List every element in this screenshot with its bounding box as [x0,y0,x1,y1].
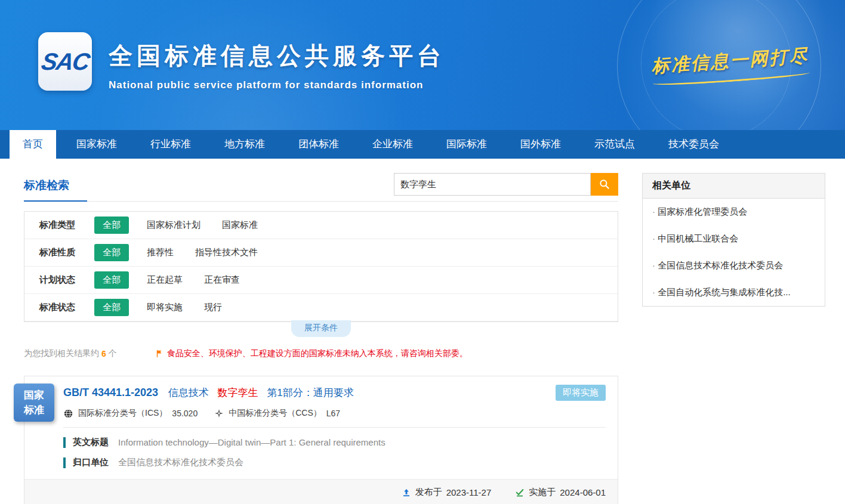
nav-item-pilot[interactable]: 示范试点 [581,130,648,159]
filter-option[interactable]: 指导性技术文件 [195,247,258,258]
standard-title-part1: 信息技术 [168,387,209,398]
expand-conditions-button[interactable]: 展开条件 [291,320,351,337]
filter-label: 计划状态 [39,274,94,286]
search-box [394,173,618,196]
filter-all-button[interactable]: 全部 [94,271,129,289]
main-nav: 首页 国家标准 行业标准 地方标准 团体标准 企业标准 国际标准 国外标准 示范… [0,130,845,159]
notice: 食品安全、环境保护、工程建设方面的国家标准未纳入本系统，请咨询相关部委。 [155,348,468,359]
compass-icon [214,409,224,418]
nav-item-national-standard[interactable]: 国家标准 [63,130,130,159]
published-label: 发布于 [415,487,442,498]
sidebar-item-sac[interactable]: 国家标准化管理委员会 [643,199,825,225]
result-card: 国家 标准 GB/T 43441.1-2023 信息技术 数字孪生 第1部分：通… [24,376,618,504]
badge-line2: 标准 [24,403,44,418]
published-date: 2023-11-27 [446,487,492,497]
header-slogan: 标准信息一网打尽 [650,44,810,87]
site-subtitle: National public service platform for sta… [109,79,445,91]
related-units-title: 相关单位 [643,174,825,199]
results-summary-prefix: 为您找到相关结果约 [24,348,99,359]
field-value: 全国信息技术标准化技术委员会 [118,457,243,468]
sidebar-item-machinery-federation[interactable]: 中国机械工业联合会 [643,225,825,252]
nav-item-foreign-standard[interactable]: 国外标准 [507,130,574,159]
filter-all-button[interactable]: 全部 [94,299,129,316]
sac-logo-text: SAC [39,48,91,75]
nav-item-international-standard[interactable]: 国际标准 [433,130,500,159]
field-value: Information technology—Digital twin—Part… [118,437,386,447]
search-icon [599,178,610,190]
sac-logo[interactable]: SAC [38,32,92,91]
globe-icon [63,409,73,419]
related-units-panel: 相关单位 国家标准化管理委员会 中国机械工业联合会 全国信息技术标准化技术委员会… [642,173,825,307]
nav-item-enterprise-standard[interactable]: 企业标准 [359,130,426,159]
filter-option[interactable]: 推荐性 [147,247,174,258]
filter-all-button[interactable]: 全部 [94,217,129,234]
published-item: 发布于 2023-11-27 [402,487,492,498]
site-title: 全国标准信息公共服务平台 [109,39,445,72]
publish-upload-icon [402,488,411,497]
implemented-label: 实施于 [529,487,556,498]
filter-row-nature: 标准性质 全部 推荐性 指导性技术文件 [24,239,618,267]
ics-label: 国际标准分类号（ICS） [78,408,167,419]
field-english-title: 英文标题 Information technology—Digital twin… [24,428,618,448]
nav-item-technical-committee[interactable]: 技术委员会 [655,130,732,159]
field-committee: 归口单位 全国信息技术标准化技术委员会 [24,448,618,468]
filter-all-button[interactable]: 全部 [94,244,129,261]
filter-option[interactable]: 正在起草 [147,274,183,286]
filter-label: 标准性质 [39,247,94,258]
nav-item-group-standard[interactable]: 团体标准 [285,130,352,159]
filter-row-plan-status: 计划状态 全部 正在起草 正在审查 [24,267,618,294]
filter-row-standard-status: 标准状态 全部 即将实施 现行 [24,294,618,321]
search-input[interactable] [394,173,591,196]
standard-title-link[interactable]: GB/T 43441.1-2023 信息技术 数字孪生 第1部分：通用要求 [63,386,360,400]
search-tab-row: 标准检索 [24,173,618,202]
nav-item-local-standard[interactable]: 地方标准 [211,130,278,159]
filter-option[interactable]: 国家标准计划 [147,219,201,231]
filter-option[interactable]: 现行 [204,302,222,313]
filter-label: 标准类型 [39,219,94,231]
tab-standard-search[interactable]: 标准检索 [24,173,87,202]
field-label: 英文标题 [73,437,109,448]
nav-item-home[interactable]: 首页 [10,130,56,159]
results-summary-suffix: 个 [109,348,117,359]
sidebar-item-automation-committee[interactable]: 全国自动化系统与集成标准化技... [643,279,825,306]
field-label: 归口单位 [73,457,109,468]
field-accent-bar [63,457,66,468]
main-column: 标准检索 标准类型 全部 国家标准计划 国家标准 [24,173,618,504]
nav-item-industry-standard[interactable]: 行业标准 [137,130,204,159]
sidebar-item-it-committee[interactable]: 全国信息技术标准化技术委员会 [643,252,825,279]
standard-title-highlight: 数字孪生 [218,387,258,398]
implemented-item: 实施于 2024-06-01 [515,487,606,498]
ccs-value: L67 [326,409,340,418]
status-badge: 即将实施 [556,385,606,401]
card-head: GB/T 43441.1-2023 信息技术 数字孪生 第1部分：通用要求 即将… [24,376,618,401]
national-standard-badge: 国家 标准 [14,384,54,422]
site-header: SAC 全国标准信息公共服务平台 National public service… [0,0,845,130]
card-footer: 发布于 2023-11-27 实施于 2024-06-01 [24,479,618,504]
card-meta: 国际标准分类号（ICS） 35.020 中国标准分类号（CCS） L67 [24,401,618,427]
badge-line1: 国家 [24,388,44,403]
ics-value: 35.020 [172,409,198,418]
search-button[interactable] [591,173,618,196]
implemented-date: 2024-06-01 [560,487,606,497]
implement-check-icon [515,488,525,497]
filter-option[interactable]: 国家标准 [222,219,258,231]
filter-option[interactable]: 即将实施 [147,302,183,313]
filter-panel: 标准类型 全部 国家标准计划 国家标准 标准性质 全部 推荐性 指导性技术文件 … [24,211,618,322]
notice-text: 食品安全、环境保护、工程建设方面的国家标准未纳入本系统，请咨询相关部委。 [167,348,468,359]
standard-title-part2: 第1部分：通用要求 [267,387,353,398]
filter-option[interactable]: 正在审查 [204,274,240,286]
results-summary-row: 为您找到相关结果约 6 个 食品安全、环境保护、工程建设方面的国家标准未纳入本系… [24,348,618,359]
flag-icon [155,349,164,358]
site-title-block: 全国标准信息公共服务平台 National public service pla… [109,39,445,91]
filter-row-type: 标准类型 全部 国家标准计划 国家标准 [24,212,618,239]
filter-label: 标准状态 [39,302,94,313]
page: SAC 全国标准信息公共服务平台 National public service… [0,0,845,504]
content: 标准检索 标准类型 全部 国家标准计划 国家标准 [0,159,845,504]
ccs-label: 中国标准分类号（CCS） [229,408,322,419]
field-accent-bar [63,437,66,448]
standard-code: GB/T 43441.1-2023 [63,386,158,398]
results-count: 6 [101,349,106,358]
ccs-group: 中国标准分类号（CCS） L67 [214,408,340,419]
